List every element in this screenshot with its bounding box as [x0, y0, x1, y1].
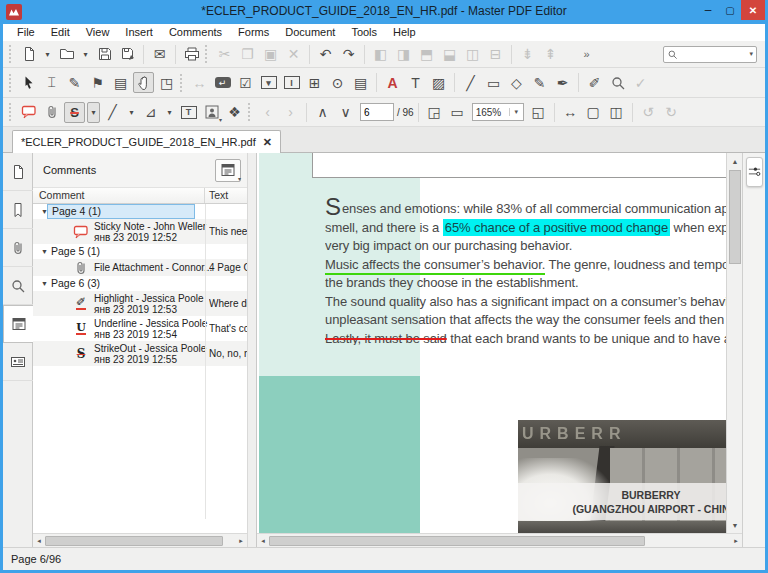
select-tool-button[interactable] — [18, 72, 39, 93]
menu-tools[interactable]: Tools — [343, 24, 385, 41]
document-tab[interactable]: *ECLER_PRODUCT_GUIDE_2018_EN_HR.pdf ✕ — [12, 130, 281, 153]
select-area-tool-button[interactable]: ◳ — [156, 72, 177, 93]
align-right-button[interactable]: ◨ — [393, 44, 414, 65]
panel-splitter[interactable] — [247, 153, 257, 547]
menu-insert[interactable]: Insert — [117, 24, 161, 41]
menu-forms[interactable]: Forms — [230, 24, 277, 41]
sidebar-item-search[interactable] — [3, 267, 33, 305]
flag-tool-button[interactable]: ⚑ — [87, 72, 108, 93]
comment-group-row[interactable]: ▼ Page 5 (1) — [33, 244, 247, 259]
scrollbar-thumb[interactable] — [729, 170, 741, 264]
close-button[interactable]: ✕ — [741, 0, 765, 20]
comments-hscrollbar[interactable]: ◂ ▸ — [33, 533, 247, 547]
scroll-left-icon[interactable]: ◂ — [257, 535, 269, 547]
email-button[interactable]: ✉ — [149, 44, 170, 65]
maximize-button[interactable]: ▢ — [719, 0, 741, 20]
tab-close-icon[interactable]: ✕ — [263, 136, 272, 149]
highlighter-tool-button[interactable]: ✐ — [584, 72, 605, 93]
align-bottom-button[interactable]: ⬓ — [439, 44, 460, 65]
new-document-button[interactable] — [18, 44, 39, 65]
fit-frame-button[interactable]: ▭ — [447, 102, 468, 123]
text-box-annotation-button[interactable]: T — [178, 102, 199, 123]
comment-row-attachment[interactable]: File Attachment - Connor... 4 Page O — [33, 259, 247, 276]
list-box-field-button[interactable]: ⊞ — [304, 72, 325, 93]
hand-tool-button[interactable] — [133, 72, 154, 93]
shapes-tool-button[interactable]: ❖ — [224, 102, 245, 123]
strikeout-caret[interactable]: ▾ — [87, 102, 100, 123]
two-page-view-button[interactable]: ◫ — [606, 102, 627, 123]
comment-row-strikeout[interactable]: S StrikeOut - Jessica Pooleянв 23 2019 1… — [33, 341, 247, 366]
spacing-tool-button[interactable]: ↔ — [189, 72, 210, 93]
scroll-left-icon[interactable]: ◂ — [33, 535, 45, 547]
sidebar-item-pages[interactable] — [3, 153, 33, 191]
paste-button[interactable]: ▣ — [260, 44, 281, 65]
menu-view[interactable]: View — [78, 24, 118, 41]
add-image-button[interactable]: ▨ — [428, 72, 449, 93]
comment-row-sticky-note[interactable]: Sticky Note - John Wellerянв 23 2019 12:… — [33, 219, 247, 244]
highlight-annotation[interactable]: 65% chance of a positive mood change — [443, 219, 670, 236]
search-caret[interactable]: ▾ — [749, 50, 753, 58]
line-shape-button[interactable]: ╱ — [460, 72, 481, 93]
bring-forward-button[interactable]: ⇞ — [540, 44, 561, 65]
menu-comments[interactable]: Comments — [161, 24, 230, 41]
comment-group-row[interactable]: ▼ Page 6 (3) — [33, 276, 247, 291]
text-field-button[interactable]: I — [281, 72, 302, 93]
form-fields-button[interactable]: ▤ — [110, 72, 131, 93]
polyline-annotation-caret[interactable]: ▾ — [163, 102, 176, 123]
open-button[interactable] — [56, 44, 77, 65]
sidebar-item-comments[interactable] — [3, 305, 34, 343]
loupe-tool-button[interactable] — [607, 72, 628, 93]
signature-pen-button[interactable]: ✒ — [552, 72, 573, 93]
polyline-annotation-button[interactable]: ⊿ — [140, 102, 161, 123]
toolbar-grip[interactable] — [205, 45, 209, 63]
align-left-button[interactable]: ◧ — [370, 44, 391, 65]
collapse-arrow-icon[interactable]: ▼ — [33, 280, 47, 287]
page-number-input[interactable] — [360, 103, 394, 121]
next-page-button[interactable]: ∨ — [335, 102, 356, 123]
rotate-left-button[interactable]: ↺ — [638, 102, 659, 123]
align-center-button[interactable]: ◫ — [462, 44, 483, 65]
document-page[interactable]: Senses and emotions: while 83% of all co… — [257, 153, 726, 533]
document-hscrollbar[interactable]: ◂ ▸ — [257, 533, 742, 547]
align-top-button[interactable]: ⬒ — [416, 44, 437, 65]
new-document-caret[interactable]: ▾ — [41, 44, 54, 65]
comment-row-highlight[interactable]: ✐ Highlight - Jessica Pooleянв 23 2019 1… — [33, 291, 247, 316]
menu-edit[interactable]: Edit — [43, 24, 78, 41]
push-button-field-button[interactable]: ↵ — [212, 72, 233, 93]
save-as-button[interactable] — [117, 44, 138, 65]
scroll-right-icon[interactable]: ▸ — [730, 535, 742, 547]
toolbar-grip[interactable] — [180, 74, 184, 92]
rotate-right-button[interactable]: ↻ — [661, 102, 682, 123]
scrollbar-thumb[interactable] — [269, 536, 645, 546]
line-annotation-caret[interactable]: ▾ — [125, 102, 138, 123]
add-text-button[interactable]: A — [382, 72, 403, 93]
zoom-level-select[interactable]: 165% ▾ — [472, 103, 524, 121]
edit-text-tool-button[interactable]: ⌶ — [41, 72, 62, 93]
edit-forms-button[interactable]: ▤ — [350, 72, 371, 93]
combobox-field-button[interactable]: ▾ — [258, 72, 279, 93]
zoom-to-selection-button[interactable]: ◲ — [424, 102, 445, 123]
save-button[interactable] — [94, 44, 115, 65]
checkbox-field-button[interactable]: ☑ — [235, 72, 256, 93]
menu-document[interactable]: Document — [277, 24, 343, 41]
fit-page-button[interactable]: ▢ — [583, 102, 604, 123]
polygon-shape-button[interactable]: ◇ — [506, 72, 527, 93]
toolbar-grip[interactable] — [9, 103, 13, 121]
column-header-text[interactable]: Text — [205, 188, 247, 203]
scroll-right-icon[interactable]: ▸ — [235, 535, 247, 547]
print-button[interactable] — [181, 44, 202, 65]
menu-help[interactable]: Help — [385, 24, 424, 41]
delete-button[interactable]: ✕ — [283, 44, 304, 65]
search-input[interactable] — [678, 48, 749, 61]
comment-row-underline[interactable]: U Underline - Jessica Pooleянв 23 2019 1… — [33, 316, 247, 341]
comments-options-button[interactable]: ▾ — [215, 159, 241, 182]
collapse-arrow-icon[interactable]: ▼ — [33, 208, 47, 215]
distribute-button[interactable]: ⊟ — [485, 44, 506, 65]
toolbar-grip[interactable] — [248, 103, 252, 121]
copy-button[interactable]: ❐ — [237, 44, 258, 65]
pencil-tool-button[interactable]: ✎ — [529, 72, 550, 93]
document-vscrollbar[interactable]: ▲ ▼ — [726, 153, 742, 533]
comment-group-row[interactable]: ▼ Page 4 (1) — [33, 204, 247, 219]
next-view-button[interactable]: › — [280, 102, 301, 123]
send-backward-button[interactable]: ⇟ — [517, 44, 538, 65]
